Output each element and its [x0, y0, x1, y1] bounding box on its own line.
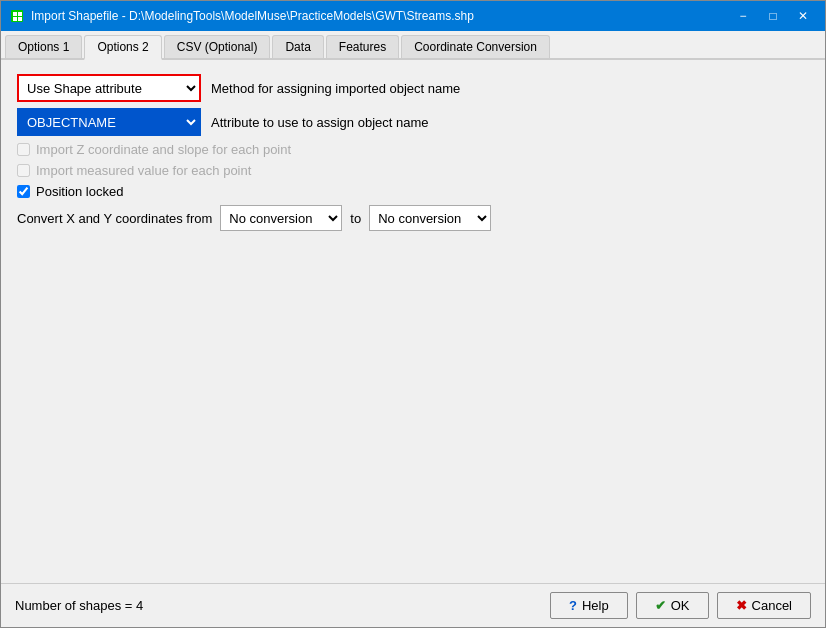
window-controls: − □ ✕ — [729, 6, 817, 26]
attribute-label: Attribute to use to assign object name — [211, 115, 429, 130]
method-label: Method for assigning imported object nam… — [211, 81, 460, 96]
svg-rect-3 — [13, 17, 17, 21]
help-label: Help — [582, 598, 609, 613]
footer: Number of shapes = 4 ? Help ✔ OK ✖ Cance… — [1, 583, 825, 627]
method-dropdown-container: Use Shape attribute Use filename Use cus… — [17, 74, 201, 102]
convert-to-dropdown[interactable]: No conversion WGS84 NAD83 NAD27 — [370, 206, 490, 230]
ok-label: OK — [671, 598, 690, 613]
help-button[interactable]: ? Help — [550, 592, 628, 619]
convert-row: Convert X and Y coordinates from No conv… — [17, 205, 809, 231]
convert-to-container: No conversion WGS84 NAD83 NAD27 — [369, 205, 491, 231]
content-area: Use Shape attribute Use filename Use cus… — [1, 60, 825, 583]
import-z-label: Import Z coordinate and slope for each p… — [36, 142, 291, 157]
position-locked-label: Position locked — [36, 184, 123, 199]
import-measured-label: Import measured value for each point — [36, 163, 251, 178]
convert-from-container: No conversion WGS84 NAD83 NAD27 — [220, 205, 342, 231]
tab-bar: Options 1 Options 2 CSV (Optional) Data … — [1, 31, 825, 60]
maximize-button[interactable]: □ — [759, 6, 787, 26]
svg-rect-2 — [18, 12, 22, 16]
app-icon — [9, 8, 25, 24]
footer-buttons: ? Help ✔ OK ✖ Cancel — [550, 592, 811, 619]
method-dropdown[interactable]: Use Shape attribute Use filename Use cus… — [19, 76, 199, 100]
cancel-label: Cancel — [752, 598, 792, 613]
minimize-button[interactable]: − — [729, 6, 757, 26]
method-row: Use Shape attribute Use filename Use cus… — [17, 74, 809, 102]
tab-coordinate[interactable]: Coordinate Conversion — [401, 35, 550, 58]
attribute-row: OBJECTNAME NAME ID Attribute to use to a… — [17, 108, 809, 136]
tab-csv[interactable]: CSV (Optional) — [164, 35, 271, 58]
tab-options2[interactable]: Options 2 — [84, 35, 161, 60]
svg-rect-4 — [18, 17, 22, 21]
shapes-count: Number of shapes = 4 — [15, 598, 143, 613]
convert-from-dropdown[interactable]: No conversion WGS84 NAD83 NAD27 — [221, 206, 341, 230]
convert-to-label: to — [350, 211, 361, 226]
window-title: Import Shapefile - D:\ModelingTools\Mode… — [31, 9, 474, 23]
position-locked-row: Position locked — [17, 184, 809, 199]
ok-icon: ✔ — [655, 598, 666, 613]
import-z-row: Import Z coordinate and slope for each p… — [17, 142, 809, 157]
svg-rect-1 — [13, 12, 17, 16]
import-measured-row: Import measured value for each point — [17, 163, 809, 178]
close-button[interactable]: ✕ — [789, 6, 817, 26]
title-bar-left: Import Shapefile - D:\ModelingTools\Mode… — [9, 8, 474, 24]
attribute-dropdown-container: OBJECTNAME NAME ID — [17, 108, 201, 136]
ok-button[interactable]: ✔ OK — [636, 592, 709, 619]
position-locked-checkbox[interactable] — [17, 185, 30, 198]
import-z-checkbox — [17, 143, 30, 156]
convert-label: Convert X and Y coordinates from — [17, 211, 212, 226]
cancel-icon: ✖ — [736, 598, 747, 613]
tab-options1[interactable]: Options 1 — [5, 35, 82, 58]
cancel-button[interactable]: ✖ Cancel — [717, 592, 811, 619]
main-window: Import Shapefile - D:\ModelingTools\Mode… — [0, 0, 826, 628]
tab-data[interactable]: Data — [272, 35, 323, 58]
import-measured-checkbox — [17, 164, 30, 177]
help-icon: ? — [569, 598, 577, 613]
title-bar: Import Shapefile - D:\ModelingTools\Mode… — [1, 1, 825, 31]
content-spacer — [17, 237, 809, 569]
tab-features[interactable]: Features — [326, 35, 399, 58]
attribute-dropdown[interactable]: OBJECTNAME NAME ID — [19, 110, 199, 134]
